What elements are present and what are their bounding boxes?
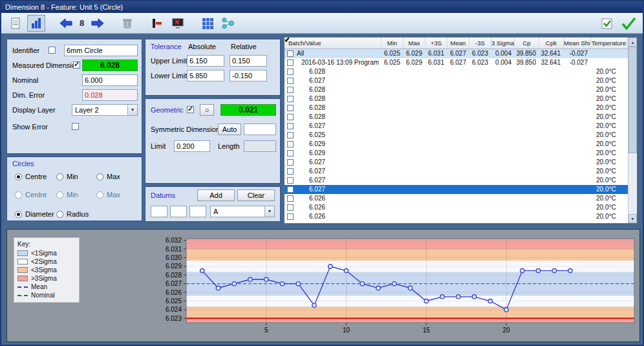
chevron-down-icon[interactable]: ▾: [264, 206, 274, 217]
row-checkbox[interactable]: [287, 59, 294, 66]
row-checkbox[interactable]: [287, 141, 294, 147]
upper-limit-relative-input[interactable]: [230, 55, 267, 67]
max-2-radio[interactable]: Max: [96, 189, 120, 200]
next-dimension-button[interactable]: [89, 15, 107, 32]
measure-tool-button[interactable]: [148, 15, 166, 32]
row-checkbox[interactable]: [287, 159, 294, 166]
chart-key: Key: <1Sigma <2Sigma <3Sigma >3Sigma Mea…: [14, 237, 80, 303]
table-row[interactable]: 6.02820.0°C: [284, 85, 628, 94]
table-row[interactable]: 6.02620.0°C: [284, 203, 628, 212]
table-row[interactable]: 6.02720.0°C: [284, 185, 628, 194]
circularity-button[interactable]: ○: [200, 104, 214, 116]
table-row[interactable]: 6.02820.0°C: [284, 103, 628, 113]
table-row[interactable]: 6.02620.0°C: [284, 194, 628, 203]
cell-stat: [403, 122, 425, 131]
datum-input-3[interactable]: [189, 206, 206, 217]
report-button[interactable]: [6, 15, 25, 32]
row-checkbox[interactable]: [287, 69, 294, 75]
table-row[interactable]: 6.02920.0°C: [284, 149, 628, 158]
column-header-cp[interactable]: Cp: [515, 38, 539, 49]
row-checkbox[interactable]: [287, 150, 294, 157]
table-row[interactable]: All6.0256.0296.0316.0276.0230.00439.8503…: [284, 49, 628, 58]
diameter-radio[interactable]: Diameter: [15, 209, 54, 219]
row-checkbox[interactable]: [287, 204, 294, 211]
table-row[interactable]: 6.02920.0°C: [284, 140, 628, 149]
limit-input[interactable]: [174, 140, 210, 152]
column-header-temperature[interactable]: Temperature: [591, 38, 627, 49]
apply-button[interactable]: [599, 15, 617, 32]
column-header-max[interactable]: Max: [403, 38, 425, 49]
geometric-checkbox[interactable]: [187, 106, 194, 113]
delete-button[interactable]: [118, 15, 136, 32]
row-checkbox[interactable]: [287, 50, 294, 57]
cell-stat: [403, 203, 425, 212]
identifier-checkbox[interactable]: [48, 47, 56, 54]
centre-radio[interactable]: Centre: [15, 171, 47, 182]
row-checkbox[interactable]: [287, 87, 294, 93]
chart-view-button[interactable]: [27, 15, 45, 32]
datum-input-1[interactable]: [151, 206, 167, 217]
datum-select[interactable]: A ▾: [210, 206, 275, 217]
cell-stat: [381, 185, 403, 194]
table-row[interactable]: 6.02620.0°C: [284, 212, 628, 221]
table-row[interactable]: 6.02520.0°C: [284, 131, 628, 140]
screen-export-button[interactable]: [169, 15, 187, 32]
table-row[interactable]: 6.02720.0°C: [284, 167, 628, 176]
row-checkbox[interactable]: [287, 132, 294, 138]
auto-button[interactable]: Auto: [218, 124, 241, 135]
column-header-mean[interactable]: Mean: [447, 38, 469, 49]
row-checkbox[interactable]: [287, 114, 294, 120]
table-row[interactable]: 6.02720.0°C: [284, 176, 628, 185]
table-row[interactable]: 6.02820.0°C: [284, 94, 628, 103]
column-header-3-sigma[interactable]: 3 Sigma: [491, 38, 515, 49]
accept-button[interactable]: [619, 15, 638, 32]
row-checkbox[interactable]: [287, 213, 294, 220]
previous-dimension-button[interactable]: [57, 15, 75, 32]
add-datum-button[interactable]: Add: [197, 189, 235, 201]
column-header-min[interactable]: Min: [381, 38, 403, 49]
symmetric-dimension-input[interactable]: [244, 124, 276, 135]
row-checkbox[interactable]: [287, 168, 294, 175]
table-row[interactable]: 6.02820.0°C: [284, 113, 628, 122]
chevron-down-icon[interactable]: ▾: [127, 105, 137, 115]
row-checkbox[interactable]: [287, 96, 294, 102]
column-header--3s[interactable]: +3S: [425, 38, 447, 49]
measured-dimension-checkbox[interactable]: [73, 61, 80, 69]
show-error-checkbox[interactable]: [72, 123, 79, 130]
column-header-mean-shift[interactable]: Mean Shift: [564, 38, 591, 49]
upper-limit-absolute-input[interactable]: [187, 55, 224, 67]
lower-limit-relative-input[interactable]: [230, 70, 267, 81]
max-radio[interactable]: Max: [96, 171, 120, 182]
identifier-input[interactable]: [64, 45, 138, 56]
scroll-up-button[interactable]: ▲: [628, 38, 637, 47]
row-checkbox[interactable]: [287, 78, 294, 84]
clear-datums-button[interactable]: Clear: [237, 189, 275, 201]
grid-view-button[interactable]: [199, 15, 217, 32]
row-checkbox[interactable]: [287, 195, 294, 202]
column-header-batch-value[interactable]: Batch/Value: [284, 38, 381, 49]
centre-2-radio[interactable]: Centre: [15, 189, 47, 200]
table-scrollbar[interactable]: ▲ ▼: [628, 38, 637, 223]
column-header-cpk[interactable]: Cpk: [539, 38, 564, 49]
datum-input-2[interactable]: [170, 206, 187, 217]
table-row[interactable]: 6.02720.0°C: [284, 158, 628, 167]
scroll-down-button[interactable]: ▼: [628, 214, 637, 223]
row-checkbox[interactable]: [287, 123, 294, 129]
row-checkbox[interactable]: [287, 186, 294, 193]
table-row[interactable]: 2016-03-16 13:09 Program6.0256.0296.0316…: [284, 58, 628, 67]
row-checkbox[interactable]: [287, 105, 294, 111]
table-row[interactable]: 6.02720.0°C: [284, 76, 628, 85]
lower-limit-absolute-input[interactable]: [187, 70, 224, 81]
radius-radio[interactable]: Radius: [56, 209, 89, 219]
min-2-radio[interactable]: Min: [56, 189, 78, 200]
row-checkbox[interactable]: [287, 177, 294, 184]
column-header--3s[interactable]: -3S: [469, 38, 491, 49]
table-row[interactable]: 6.02820.0°C: [284, 67, 628, 76]
table-row[interactable]: 6.02720.0°C: [284, 122, 628, 131]
cell-stat: [381, 103, 403, 113]
min-radio[interactable]: Min: [56, 171, 78, 182]
scrollbar-thumb[interactable]: [628, 47, 637, 153]
display-layer-select[interactable]: Layer 2 ▾: [72, 104, 138, 116]
molecule-view-button[interactable]: [219, 15, 237, 32]
nominal-input[interactable]: [82, 74, 138, 86]
